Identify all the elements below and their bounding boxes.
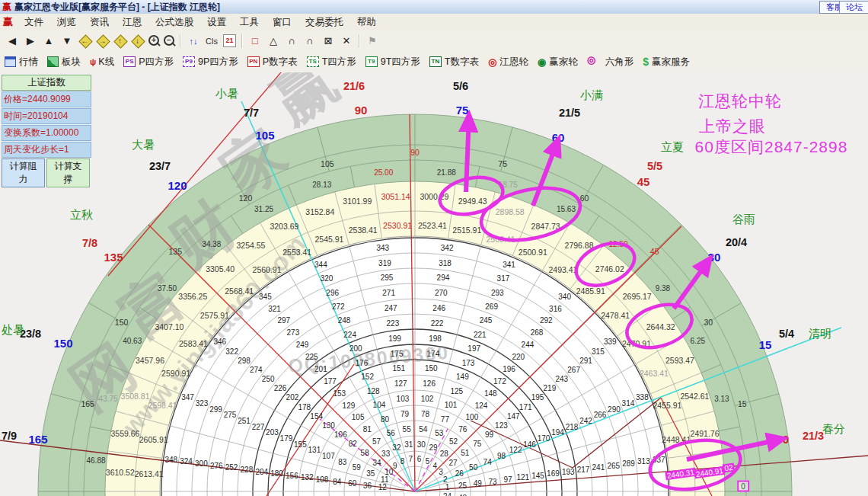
xbox-icon[interactable]: ⊠ [320,34,337,49]
toolbar-main: ◀▶▲▼←→↑↓+−↑↓Cls21□△∩∩⊠✕⚑ [0,30,868,52]
chip-ps-icon: PS [123,56,136,67]
tool-P四方形[interactable]: PSP四方形 [119,53,178,71]
panel-row-1: 时间=20190104 [2,108,91,124]
title-bar: 赢 赢家江恩专业版[赢家服务平台] - [上证指数 江恩轮] 客服 论坛 [0,0,868,14]
triangle-icon[interactable]: △ [265,34,282,49]
chip-tn-icon: TN [429,56,442,67]
tool-label: 9T四方形 [381,56,420,69]
panel-row-2: 变换系数=1.00000 [2,125,91,141]
next-icon[interactable]: ▶ [22,34,39,49]
arrow-glyph: → [97,35,108,46]
menu-item-浏览[interactable]: 浏览 [50,14,83,30]
tool-9T四方形[interactable]: T99T四方形 [361,53,425,71]
chip-t9-icon: T9 [365,56,378,67]
forum-button[interactable]: 论坛 [839,1,868,14]
toolbar-separator [359,34,360,48]
tool-板块[interactable]: 板块 [43,53,85,71]
chip-pn-icon: PN [247,56,260,67]
tool-行情[interactable]: 行情 [0,53,43,71]
dollar-icon: $ [643,56,649,68]
blocks-icon [47,56,59,67]
menu-item-窗口[interactable]: 窗口 [266,14,298,30]
tool-label: 赢家轮 [549,56,578,69]
shrink-icon[interactable]: ✕ [338,34,355,49]
tool-T数字表[interactable]: TNT数字表 [425,53,483,71]
calendar-icon[interactable]: 21 [223,34,236,47]
tool-9P四方形[interactable]: P99P四方形 [178,53,243,71]
down-icon[interactable]: ▼ [59,34,75,49]
arrow-glyph: ↓ [132,35,143,46]
cls-icon[interactable]: Cls [203,34,220,49]
panel-row-0: 价格=2440.9099 [2,91,91,107]
up-icon[interactable]: ▲ [40,34,57,49]
grid-icon [5,56,16,67]
dia-up-icon[interactable]: ↑ [114,35,126,46]
tool-label: P四方形 [139,56,174,69]
tool-T四方形[interactable]: TST四方形 [302,53,361,71]
tool-label: T数字表 [445,56,479,69]
menu-item-帮助[interactable]: 帮助 [350,14,383,30]
flag-icon[interactable]: ⚑ [364,34,381,49]
tool-label: 六角形 [605,56,634,69]
tool-赢家轮[interactable]: ◉赢家轮 [533,53,582,71]
app-window: 赢 赢家江恩专业版[赢家服务平台] - [上证指数 江恩轮] 客服 论坛 赢 文… [0,0,868,496]
tool-label: 行情 [19,56,38,69]
gann-wheel-chart: 赢家财富网 www.yingjia360.com QQ:1008009360 1… [0,72,868,496]
wheel-red-icon: ◎ [488,56,496,68]
dia-right-icon[interactable]: → [97,35,108,46]
tool-赢家服务[interactable]: $赢家服务 [638,53,694,71]
button-计算阻力[interactable]: 计算阻力 [2,158,45,187]
tool-label: 板块 [62,56,81,69]
menu-item-资讯[interactable]: 资讯 [83,14,116,30]
arc-ccw-icon[interactable]: ∩ [302,34,318,49]
rect-icon[interactable]: □ [247,34,263,49]
app-logo-icon: 赢 [2,1,11,14]
chip-p9-icon: P9 [183,56,195,67]
tool-label: 9P四方形 [198,56,238,69]
tool-label: P数字表 [263,56,298,69]
dia-left-icon[interactable]: ← [79,35,91,46]
menu-logo-icon: 赢 [3,15,13,29]
menu-item-文件[interactable]: 文件 [18,14,50,30]
zoom-in-icon[interactable]: + [146,34,161,49]
menu-item-设置[interactable]: 设置 [200,14,233,30]
menu-item-交易委托[interactable]: 交易委托 [298,14,350,30]
arrow-glyph: ↑ [114,35,126,46]
arc-cw-icon[interactable]: ∩ [283,34,300,49]
wheel-magenta-icon: ◎ [587,54,602,69]
toolbar-tools: 行情板块ψK线PSP四方形P99P四方形PNP数字表TST四方形T99T四方形T… [0,51,868,73]
symbol-name: 上证指数 [2,75,91,91]
chip-ts-icon: TS [307,56,319,67]
tool-label: T四方形 [322,56,356,69]
menu-item-江恩[interactable]: 江恩 [116,14,148,30]
tool-label: 江恩轮 [499,56,528,69]
toolbar-separator [241,34,243,48]
menu-item-公式选股[interactable]: 公式选股 [148,14,200,30]
tool-六角形[interactable]: ◎六角形 [582,53,639,71]
zoom-out-icon[interactable]: − [161,34,177,49]
menu-bar: 赢 文件浏览资讯江恩公式选股设置工具窗口交易委托帮助 [0,14,868,31]
tool-K线[interactable]: ψK线 [85,53,119,71]
button-计算支撑[interactable]: 计算支撑 [46,158,90,187]
menu-item-工具[interactable]: 工具 [233,14,266,30]
toolbar-separator [180,34,181,48]
arrow-glyph: ← [79,35,91,46]
wheel-base-svg [0,72,868,496]
tool-label: K线 [98,56,114,69]
prev-icon[interactable]: ◀ [4,34,21,49]
window-title: 赢家江恩专业版[赢家服务平台] - [上证指数 江恩轮] [14,1,220,14]
tool-P数字表[interactable]: PNP数字表 [243,53,302,71]
wheel-green-icon: ◉ [538,56,546,68]
kline-icon: ψ [90,57,95,66]
updown-icon[interactable]: ↑↓ [185,34,202,49]
side-panel: 上证指数 价格=2440.9099时间=20190104变换系数=1.00000… [2,75,91,187]
tool-江恩轮[interactable]: ◎江恩轮 [483,53,533,71]
tool-label: 赢家服务 [652,56,690,69]
panel-row-3: 周天变化步长=1 [2,142,91,158]
dia-down-icon[interactable]: ↓ [132,35,143,46]
